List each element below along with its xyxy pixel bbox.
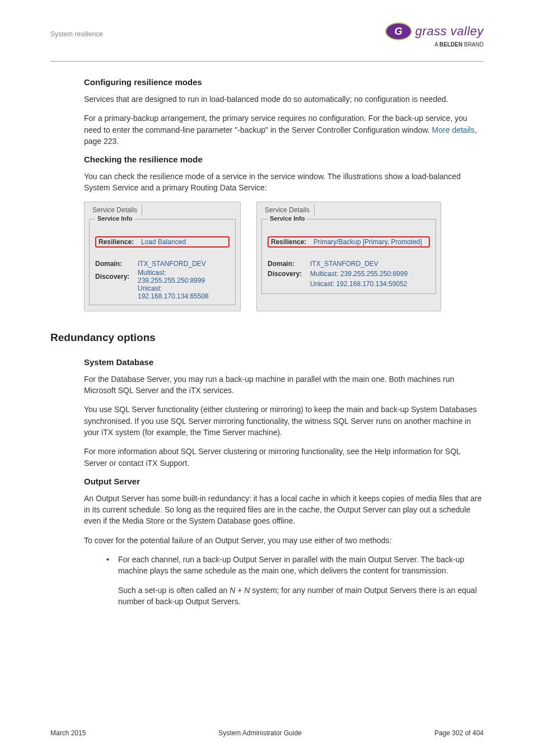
brand-logo: G grass valley A BELDEN BRAND (385, 22, 484, 48)
service-panel-primary-backup: Service Details Service Info Name: Routi… (256, 202, 441, 311)
paragraph: For more information about SQL Server cl… (84, 446, 484, 469)
paragraph: You can check the resilience mode of a s… (84, 171, 484, 194)
row-value: ITX_STANFORD_DEV (310, 260, 378, 268)
heading-configuring: Configuring resilience modes (84, 77, 484, 87)
service-panels-row: Service Details Service Info Name: Syste… (84, 202, 484, 311)
tagline-post: BRAND (462, 41, 484, 48)
row-label: Domain: (268, 260, 310, 268)
paragraph: For each channel, run a back-up Output S… (118, 554, 484, 577)
row-label: Resilience: (271, 238, 313, 246)
paragraph: To cover for the potential failure of an… (84, 535, 484, 546)
row-value: Unicast: 192.168.170.134:65508 (138, 284, 229, 300)
paragraph: You use SQL Server functionality (either… (84, 404, 484, 438)
panel-tab[interactable]: Service Details (88, 204, 142, 216)
text: For a primary-backup arrangement, the pr… (84, 114, 467, 134)
header-section-label: System resilience (50, 22, 103, 38)
group-label: Service Info (95, 215, 134, 222)
heading-output-server: Output Server (84, 477, 484, 486)
row-label: Domain: (95, 260, 138, 268)
header-rule (50, 61, 484, 62)
heading-redundancy: Redundancy options (50, 332, 484, 344)
gv-letter: G (395, 26, 402, 38)
service-panel-load-balanced: Service Details Service Info Name: Syste… (84, 202, 241, 311)
row-value: Multicast: 239.255.255.250:8999 (138, 269, 229, 284)
tagline-pre: A (434, 41, 439, 48)
brand-text: grass valley (415, 24, 484, 39)
row-value: Unicast: 192.168.170.134:59052 (310, 280, 407, 288)
paragraph: An Output Server has some built-in redun… (84, 493, 484, 527)
resilience-highlight: Resilience: Primary/Backup [Primary, Pro… (268, 236, 430, 248)
group-label: Service Info (268, 215, 307, 222)
row-value: Primary/Backup [Primary, Promoted] (313, 238, 422, 246)
paragraph: For the Database Server, you may run a b… (84, 374, 484, 396)
service-info-group: Service Info Name: Routing Data Service … (261, 219, 436, 294)
bullet-dot-icon: • (106, 554, 109, 615)
page-header: System resilience G grass valley A BELDE… (50, 22, 484, 48)
gv-oval-icon: G (385, 22, 412, 40)
page-footer: March 2015 System Administrator Guide Pa… (50, 729, 484, 737)
row-label: Discovery: (95, 273, 138, 281)
panel-tab[interactable]: Service Details (260, 204, 315, 216)
tagline-brand: BELDEN (439, 41, 462, 48)
paragraph: Such a set-up is often called an N + N s… (118, 585, 484, 608)
emphasis-nn: N + N (229, 586, 250, 595)
service-info-group: Service Info Name: System Service Resili… (89, 219, 236, 305)
heading-checking: Checking the resilience mode (84, 155, 484, 164)
row-label: Discovery: (268, 270, 310, 278)
row-label: Resilience: (99, 238, 141, 246)
row-value: ITX_STANFORD_DEV (138, 260, 206, 268)
resilience-highlight: Resilience: Load Balanced (95, 236, 229, 248)
footer-date: March 2015 (50, 729, 86, 737)
paragraph: Services that are designed to run in loa… (84, 94, 484, 105)
row-value: Load Balanced (141, 238, 186, 246)
brand-tagline: A BELDEN BRAND (434, 41, 484, 48)
row-value: Multicast: 239.255.255.250:8999 (310, 270, 407, 278)
footer-page: Page 302 of 404 (434, 729, 484, 737)
paragraph: For a primary-backup arrangement, the pr… (84, 113, 484, 147)
bullet-item: • For each channel, run a back-up Output… (106, 554, 484, 615)
heading-system-database: System Database (84, 357, 484, 367)
more-details-link[interactable]: More details (432, 125, 475, 134)
text: Such a set-up is often called an (118, 586, 229, 595)
footer-title: System Administrator Guide (218, 729, 302, 737)
